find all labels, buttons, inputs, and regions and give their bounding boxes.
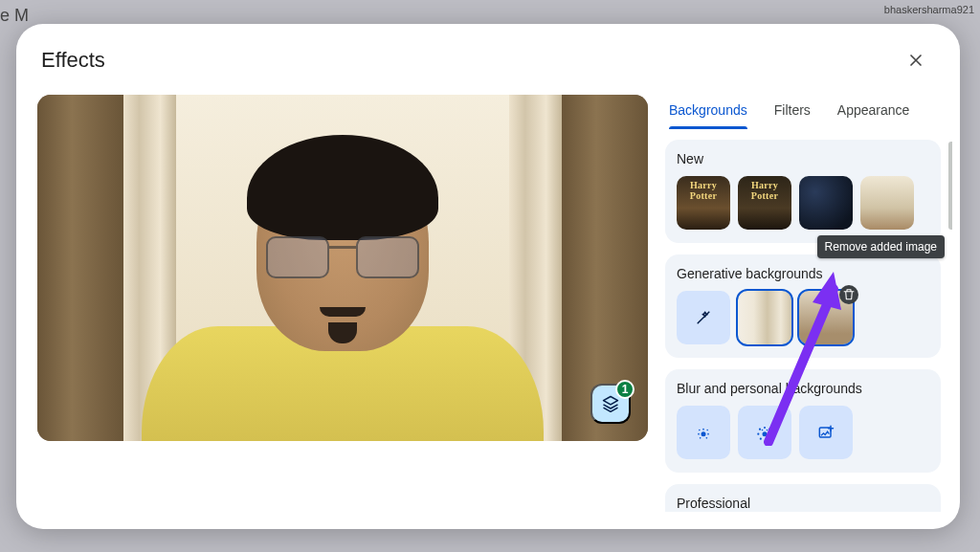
section-new-title: New bbox=[677, 151, 929, 166]
backdrop-left-text: e M bbox=[0, 6, 29, 26]
video-preview: 1 bbox=[37, 95, 648, 441]
section-professional: Professional bbox=[665, 484, 941, 512]
tab-appearance[interactable]: Appearance bbox=[837, 95, 910, 129]
svg-point-16 bbox=[762, 430, 764, 431]
svg-point-4 bbox=[698, 433, 700, 435]
svg-point-1 bbox=[699, 430, 701, 431]
generate-background-button[interactable] bbox=[677, 291, 730, 344]
section-professional-title: Professional bbox=[677, 496, 929, 511]
bg-thumb-hp-1[interactable]: Harry Potter bbox=[677, 176, 730, 230]
svg-point-5 bbox=[707, 433, 709, 435]
svg-point-8 bbox=[763, 431, 768, 436]
blur-light-icon bbox=[694, 423, 713, 442]
bg-thumb-night[interactable] bbox=[799, 176, 853, 230]
layers-icon bbox=[601, 394, 620, 413]
svg-point-2 bbox=[702, 429, 704, 431]
bg-thumb-hp-2[interactable]: Harry Potter bbox=[738, 176, 791, 230]
applied-effects-button[interactable]: 1 bbox=[590, 384, 631, 424]
remove-image-button[interactable] bbox=[839, 285, 858, 304]
svg-point-3 bbox=[706, 430, 708, 431]
backdrop-right-text: bhaskersharma921 bbox=[884, 4, 974, 15]
upload-background-button[interactable] bbox=[799, 406, 853, 459]
trash-icon bbox=[841, 287, 857, 302]
section-new: New Harry Potter Harry Potter bbox=[665, 140, 941, 243]
svg-point-9 bbox=[759, 429, 761, 431]
bg-thumb-gen-curtain[interactable] bbox=[738, 291, 791, 344]
modal-body: 1 Backgrounds Filters Appearance New Har… bbox=[16, 87, 960, 529]
section-generative-title: Generative backgrounds bbox=[677, 266, 929, 281]
svg-point-14 bbox=[760, 438, 762, 440]
modal-header: Effects bbox=[16, 24, 960, 87]
blur-light-button[interactable] bbox=[677, 406, 730, 459]
section-blur: Blur and personal backgrounds bbox=[665, 369, 941, 473]
tooltip-remove-image: Remove added image bbox=[817, 235, 945, 258]
blur-strong-icon bbox=[755, 423, 774, 442]
modal-title: Effects bbox=[41, 48, 105, 73]
add-image-icon bbox=[816, 423, 835, 442]
magic-wand-icon bbox=[694, 308, 713, 327]
scrollbar-thumb[interactable] bbox=[948, 142, 952, 230]
effects-modal: Effects 1 bbox=[16, 24, 960, 529]
tab-backgrounds[interactable]: Backgrounds bbox=[669, 95, 747, 129]
svg-point-15 bbox=[768, 438, 769, 440]
close-icon bbox=[906, 51, 925, 70]
effects-tabs: Backgrounds Filters Appearance bbox=[665, 95, 952, 130]
svg-point-0 bbox=[702, 431, 706, 436]
svg-point-10 bbox=[764, 427, 766, 429]
effects-scroll-area[interactable]: New Harry Potter Harry Potter Generative… bbox=[665, 140, 952, 512]
svg-point-17 bbox=[767, 430, 768, 431]
svg-point-12 bbox=[757, 433, 759, 435]
bg-thumb-room[interactable] bbox=[860, 176, 914, 230]
svg-point-7 bbox=[706, 437, 708, 439]
applied-effects-count: 1 bbox=[615, 380, 635, 399]
svg-point-11 bbox=[768, 429, 770, 431]
section-blur-title: Blur and personal backgrounds bbox=[677, 381, 929, 396]
svg-point-6 bbox=[700, 437, 702, 439]
svg-point-13 bbox=[770, 433, 772, 435]
tab-filters[interactable]: Filters bbox=[774, 95, 811, 129]
close-button[interactable] bbox=[897, 41, 935, 79]
blur-strong-button[interactable] bbox=[738, 406, 791, 459]
effects-side-panel: Backgrounds Filters Appearance New Harry… bbox=[648, 95, 960, 512]
section-generative: Generative backgrounds bbox=[665, 254, 941, 358]
